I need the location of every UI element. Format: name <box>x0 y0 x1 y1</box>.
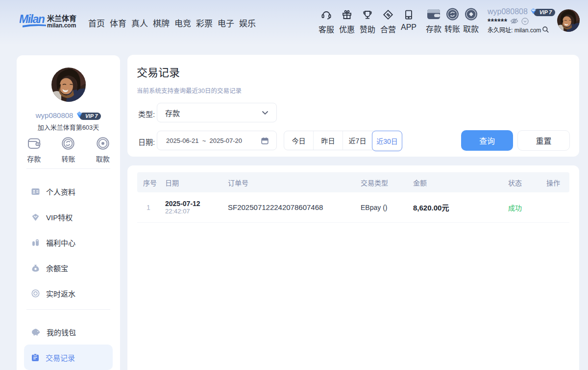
svg-text:Milan: Milan <box>20 13 45 25</box>
